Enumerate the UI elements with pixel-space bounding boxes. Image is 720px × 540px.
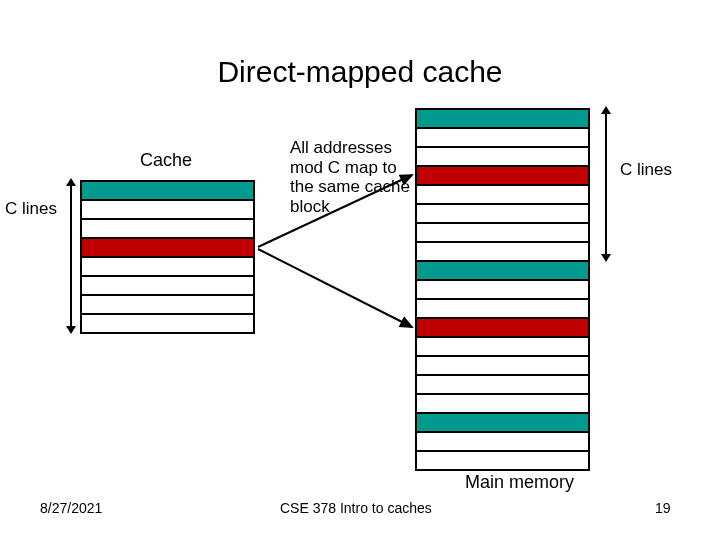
table-row <box>417 319 588 338</box>
table-row <box>417 414 588 433</box>
table-row <box>417 452 588 471</box>
table-row <box>82 239 253 258</box>
table-row <box>417 376 588 395</box>
footer-page-number: 19 <box>655 500 671 516</box>
table-row <box>417 338 588 357</box>
table-row <box>82 315 253 334</box>
table-row <box>417 224 588 243</box>
cache-table <box>80 180 255 334</box>
memory-table <box>415 108 590 471</box>
svg-line-1 <box>258 249 412 327</box>
table-row <box>417 433 588 452</box>
table-row <box>82 296 253 315</box>
footer-course: CSE 378 Intro to caches <box>280 500 432 516</box>
c-lines-arrow-left <box>70 180 72 332</box>
table-row <box>417 281 588 300</box>
table-row <box>417 186 588 205</box>
table-row <box>417 205 588 224</box>
table-row <box>417 357 588 376</box>
cache-label: Cache <box>140 150 192 171</box>
table-row <box>417 243 588 262</box>
c-lines-arrow-right <box>605 108 607 260</box>
table-row <box>417 148 588 167</box>
table-row <box>417 129 588 148</box>
table-row <box>82 201 253 220</box>
table-row <box>82 182 253 201</box>
table-row <box>82 220 253 239</box>
table-row <box>417 167 588 186</box>
mapping-explanation: All addresses mod C map to the same cach… <box>290 138 420 216</box>
footer-date: 8/27/2021 <box>40 500 102 516</box>
table-row <box>417 262 588 281</box>
table-row <box>82 258 253 277</box>
table-row <box>82 277 253 296</box>
table-row <box>417 300 588 319</box>
c-lines-label-left: C lines <box>5 199 57 219</box>
page-title: Direct-mapped cache <box>0 55 720 89</box>
c-lines-label-right: C lines <box>620 160 672 180</box>
table-row <box>417 110 588 129</box>
table-row <box>417 395 588 414</box>
main-memory-label: Main memory <box>465 472 574 493</box>
